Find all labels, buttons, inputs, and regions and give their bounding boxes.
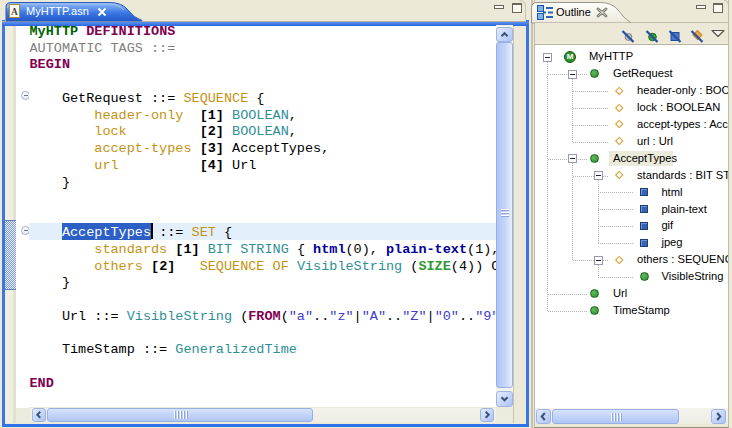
svg-text:A: A [11,7,18,17]
